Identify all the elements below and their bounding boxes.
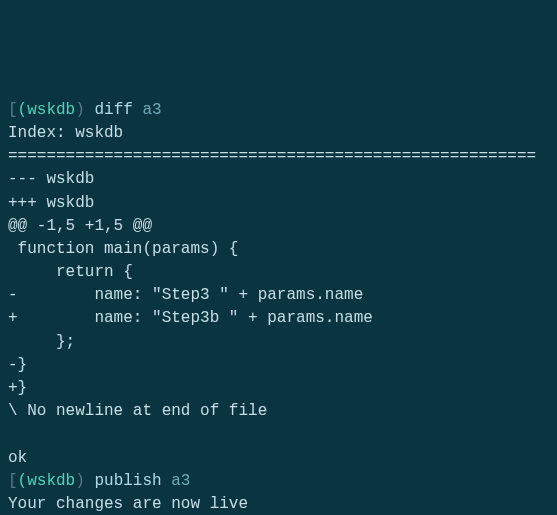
diff-index: Index: wskdb — [8, 124, 123, 142]
diff-separator: ========================================… — [8, 147, 536, 165]
diff-to-header: +++ wskdb — [8, 194, 94, 212]
diff-no-newline: \ No newline at end of file — [8, 402, 267, 420]
ok-status: ok — [8, 449, 27, 467]
diff-line-removed: -} — [8, 356, 27, 374]
terminal-output: [(wskdb) diff a3 Index: wskdb ==========… — [8, 99, 549, 515]
diff-from-header: --- wskdb — [8, 170, 94, 188]
diff-line-added: +} — [8, 379, 27, 397]
bracket-close: ) — [75, 101, 85, 119]
bracket-open: [ — [8, 101, 18, 119]
diff-line-context: }; — [8, 333, 75, 351]
command-arg: a3 — [142, 101, 161, 119]
command-input[interactable]: publish — [94, 472, 161, 490]
command-input[interactable]: diff — [94, 101, 132, 119]
debugger-prompt: (wskdb — [18, 101, 76, 119]
diff-hunk-header: @@ -1,5 +1,5 @@ — [8, 217, 152, 235]
bracket-open: [ — [8, 472, 18, 490]
diff-line-removed: - name: "Step3 " + params.name — [8, 286, 363, 304]
publish-confirmation: Your changes are now live — [8, 495, 248, 513]
bracket-close: ) — [75, 472, 85, 490]
debugger-prompt: (wskdb — [18, 472, 76, 490]
diff-line-context: return { — [8, 263, 133, 281]
diff-line-added: + name: "Step3b " + params.name — [8, 309, 373, 327]
command-arg: a3 — [171, 472, 190, 490]
diff-line-context: function main(params) { — [8, 240, 238, 258]
